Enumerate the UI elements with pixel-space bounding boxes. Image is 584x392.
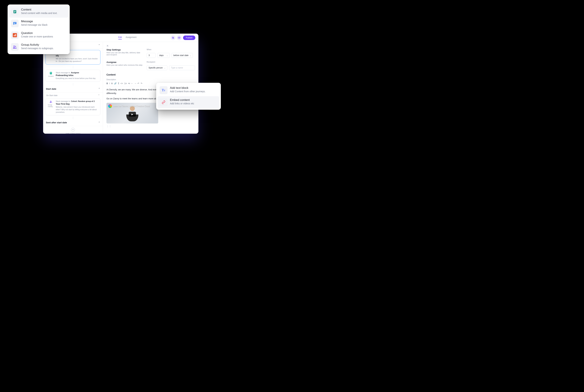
indent-icon[interactable]: ⇥ (134, 82, 136, 85)
chevron-up-icon: ⌃ (98, 94, 100, 96)
svg-rect-0 (173, 37, 174, 38)
when-relative-select[interactable]: before start date⌄ (172, 53, 193, 58)
svg-rect-9 (14, 11, 16, 11)
settings-heading: Step Settings (107, 48, 143, 51)
embedded-video[interactable]: Meet the Teams | Adobe Creative Cloud ⋮ … (107, 103, 158, 124)
menu-item-title: Add text block (170, 86, 206, 90)
svg-rect-11 (14, 12, 15, 12)
recipient-name-input[interactable]: Type a name (169, 65, 195, 70)
menu-item-sub: Add Content from other journeys. (170, 90, 206, 93)
question-icon (11, 32, 19, 39)
recipient-label: Reciepient (147, 61, 195, 63)
svg-rect-12 (14, 23, 16, 23)
italic-icon[interactable]: I (109, 82, 110, 85)
chevron-down-icon: ⌄ (167, 54, 168, 56)
menu-item-sub: Send message via Slack (21, 24, 48, 26)
settings-sub: Here you can set step title, delivery da… (107, 52, 143, 56)
step-card[interactable]: Content Slack message to: Assignee Prebo… (46, 70, 100, 82)
menu-item-sub: Send messages to subgroups. (21, 47, 54, 50)
close-icon[interactable]: ✕ (107, 44, 195, 48)
assignee-sub: Here you can select who recieves this st… (107, 64, 143, 66)
chevron-down-icon: ⌄ (164, 67, 166, 69)
svg-point-2 (179, 38, 180, 38)
content-icon: Content (48, 72, 54, 80)
tab-assignment[interactable]: Assignment (126, 36, 137, 40)
topbar-actions: Publish (171, 35, 195, 40)
step-title: Preboarding Infos (56, 74, 98, 76)
menu-item-question[interactable]: Question Create one or more questions (9, 29, 68, 41)
menu-item-sub: Add links or videos etc (170, 102, 194, 105)
menu-item-title: Embed content (170, 98, 194, 102)
duplicate-icon[interactable] (171, 35, 176, 40)
section-after-header[interactable]: Sent after start date⌃ (43, 119, 103, 126)
code-icon[interactable]: <> (120, 82, 123, 85)
step-recipient: Slack message to: Cohort: Random group o… (56, 100, 98, 102)
menu-item-embed[interactable]: Embed content Add links or videos etc (158, 96, 219, 108)
svg-rect-17 (16, 34, 16, 36)
description-label: Description (107, 78, 195, 80)
embed-icon (160, 98, 168, 106)
step-desc: We are excited to have you here, soon! J… (56, 58, 98, 62)
insert-content-menu: TT Add text block Add Content from other… (156, 83, 221, 110)
adobe-cc-logo-icon (108, 104, 112, 108)
svg-point-6 (50, 101, 51, 102)
plus-icon: + (71, 128, 75, 132)
ol-icon[interactable]: 1≡ (124, 82, 127, 85)
menu-item-content[interactable]: Content Send content with media and text… (9, 6, 68, 18)
step-title: ofy (56, 54, 98, 57)
preview-icon[interactable] (177, 35, 182, 40)
undo-icon[interactable]: ↶ (138, 82, 139, 85)
recipient-select[interactable]: Specific person⌄ (147, 65, 167, 70)
svg-rect-16 (15, 34, 15, 36)
add-step-button[interactable]: + Add a New Step (43, 126, 103, 134)
step-recipient: Slack message to: Assignee (56, 72, 98, 74)
publish-button[interactable]: Publish (183, 36, 195, 40)
menu-item-text-block[interactable]: TT Add text block Add Content from other… (158, 84, 219, 96)
text-block-icon: TT (160, 86, 168, 94)
menu-item-sub: Send content with media and text. (21, 12, 58, 14)
chevron-down-icon: ⌄ (190, 54, 191, 56)
menu-item-title: Content (21, 8, 58, 12)
link-icon[interactable]: 🔗 (114, 82, 117, 85)
svg-point-19 (15, 46, 16, 47)
step-title: Your First Day (56, 103, 98, 105)
video-title: Meet the Teams | Adobe Creative Cloud (113, 105, 150, 107)
menu-item-sub: Create one or more questions (21, 35, 53, 38)
when-unit-select[interactable]: days⌄ (157, 53, 170, 58)
menu-item-title: Question (21, 32, 53, 35)
tabs: Edit Assignment (87, 36, 168, 40)
ul-icon[interactable]: •≡ (128, 82, 130, 85)
content-heading: Content (107, 73, 195, 76)
section-start-header[interactable]: Start date⌃ (43, 86, 103, 92)
svg-point-7 (51, 101, 52, 102)
step-card[interactable]: Group Activity Slack message to: Cohort:… (46, 98, 100, 116)
message-icon (11, 20, 19, 27)
menu-item-title: Message (21, 20, 48, 23)
menu-item-title: Group Activity (21, 43, 54, 46)
tab-edit[interactable]: Edit (118, 36, 122, 40)
bold-icon[interactable]: B (107, 82, 108, 85)
menu-item-message[interactable]: Message Send message via Slack (9, 18, 68, 29)
redo-icon[interactable]: ↷ (141, 82, 142, 85)
assignee-heading: Assignee (107, 61, 143, 64)
group-icon (11, 43, 19, 51)
when-value-input[interactable]: 3 (147, 53, 156, 58)
section-start-sub: On Start date⌃ (43, 92, 103, 97)
heading-icon[interactable]: ¶ (118, 82, 119, 85)
svg-rect-10 (14, 12, 16, 12)
content-icon (11, 8, 19, 16)
svg-rect-13 (14, 23, 15, 24)
step-desc: Welome, new joiners! Have you introduced… (56, 106, 98, 114)
play-icon[interactable]: ▶ (129, 112, 136, 116)
svg-point-18 (14, 46, 15, 47)
timeline-panel: ⌃ Assignee ofy We are excited to have yo… (43, 42, 103, 134)
step-desc: Everything you need to know before your … (56, 77, 98, 80)
svg-rect-1 (172, 37, 173, 38)
outdent-icon[interactable]: ⇤ (131, 82, 133, 85)
menu-item-group-activity[interactable]: Group Activity Send messages to subgroup… (9, 41, 68, 53)
drag-handle-icon[interactable]: ⋮⋮ (107, 125, 195, 128)
chevron-up-icon: ⌃ (98, 88, 100, 90)
strike-icon[interactable]: S (111, 82, 113, 85)
group-activity-icon: Group Activity (48, 100, 54, 114)
svg-rect-5 (50, 73, 52, 74)
